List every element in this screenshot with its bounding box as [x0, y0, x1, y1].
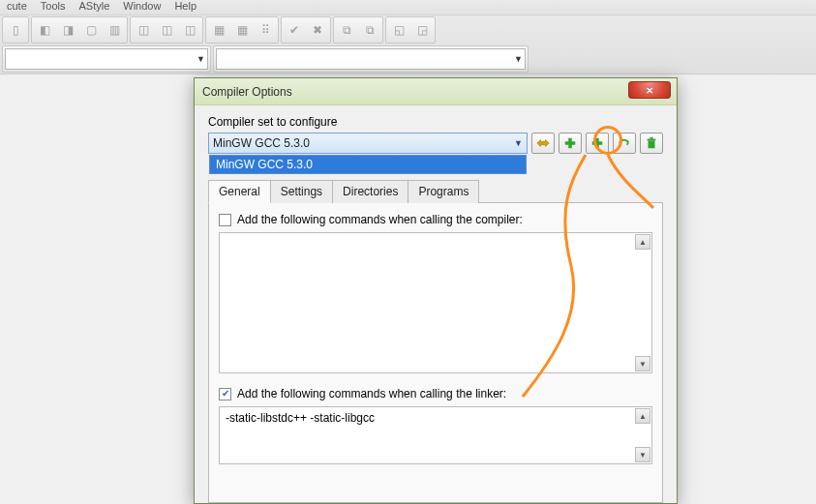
- toolbar-icon[interactable]: ⠿: [255, 19, 276, 41]
- delete-icon[interactable]: [640, 133, 663, 154]
- toolbar-icon[interactable]: ⧉: [359, 19, 380, 41]
- compiler-commands-textarea[interactable]: ▲ ▼: [219, 232, 652, 373]
- linker-commands-textarea[interactable]: -static-libstdc++ -static-libgcc ▲ ▼: [219, 406, 652, 464]
- compiler-commands-label: Add the following commands when calling …: [237, 213, 523, 226]
- dropdown-option-label: MinGW GCC 5.3.0: [216, 158, 313, 171]
- scroll-up-icon[interactable]: ▲: [635, 234, 650, 250]
- svg-rect-4: [649, 140, 655, 148]
- tab-directories[interactable]: Directories: [332, 180, 408, 203]
- dialog-titlebar[interactable]: Compiler Options ✕: [195, 78, 677, 105]
- toolbar-icon[interactable]: ▯: [5, 19, 26, 41]
- tab-settings[interactable]: Settings: [270, 180, 333, 203]
- chevron-down-icon: ▼: [514, 138, 523, 148]
- scroll-down-icon[interactable]: ▼: [635, 447, 650, 462]
- compiler-commands-checkbox[interactable]: [219, 214, 231, 226]
- tab-programs[interactable]: Programs: [408, 180, 479, 203]
- add-copy-green-icon[interactable]: [586, 133, 609, 154]
- toolbar-icon[interactable]: ▥: [104, 19, 125, 41]
- svg-rect-3: [592, 141, 603, 145]
- svg-rect-1: [565, 141, 576, 145]
- chevron-down-icon: ▼: [514, 54, 523, 64]
- textarea-content: -static-libstdc++ -static-libgcc: [226, 411, 375, 425]
- check-icon[interactable]: ✔: [284, 19, 305, 41]
- dropdown-option[interactable]: MinGW GCC 5.3.0: [209, 155, 527, 174]
- compiler-options-dialog: Compiler Options ✕ Compiler set to confi…: [194, 77, 678, 504]
- left-right-arrows-icon[interactable]: [531, 133, 555, 154]
- toolbar-icon[interactable]: ◫: [133, 19, 154, 41]
- dialog-title: Compiler Options: [202, 85, 292, 99]
- general-panel: Add the following commands when calling …: [208, 203, 663, 503]
- menu-item[interactable]: Help: [174, 0, 196, 12]
- toolbar-icon[interactable]: ◱: [388, 19, 409, 41]
- dropdown-value: MinGW GCC 5.3.0: [213, 136, 310, 150]
- cross-icon[interactable]: ✖: [307, 19, 328, 41]
- arrow-right-icon[interactable]: [613, 133, 636, 154]
- toolbar-icon[interactable]: ◧: [34, 19, 55, 41]
- svg-rect-6: [650, 137, 653, 139]
- chevron-down-icon: ▼: [196, 54, 205, 64]
- toolbar-icon[interactable]: ◲: [411, 19, 433, 41]
- compiler-set-dropdown[interactable]: MinGW GCC 5.3.0 ▼ MinGW GCC 5.3.0: [208, 133, 528, 154]
- config-label: Compiler set to configure: [208, 115, 663, 129]
- linker-commands-checkbox[interactable]: ✔: [219, 388, 231, 400]
- toolbars: ▯ ◧ ◨ ▢ ▥ ◫ ◫ ◫ ▦ ▦ ⠿ ✔ ✖ ⧉: [0, 15, 816, 74]
- toolbar-icon[interactable]: ◨: [57, 19, 78, 41]
- toolbar-combo[interactable]: ▼: [216, 48, 526, 70]
- add-green-icon[interactable]: [559, 133, 582, 154]
- close-icon: ✕: [646, 85, 653, 96]
- menu-item[interactable]: AStyle: [78, 0, 109, 12]
- menu-item[interactable]: Tools: [41, 0, 66, 12]
- menu-item[interactable]: cute: [7, 0, 27, 12]
- linker-commands-label: Add the following commands when calling …: [237, 387, 506, 400]
- scroll-up-icon[interactable]: ▲: [635, 408, 650, 424]
- scroll-down-icon[interactable]: ▼: [635, 356, 650, 371]
- menu-item[interactable]: Window: [123, 0, 161, 12]
- close-button[interactable]: ✕: [628, 81, 671, 99]
- toolbar-combo[interactable]: ▼: [5, 48, 208, 70]
- menubar: cute Tools AStyle Window Help: [0, 0, 816, 15]
- toolbar-icon[interactable]: ◫: [179, 19, 200, 41]
- tab-general[interactable]: General: [208, 180, 271, 203]
- toolbar-icon[interactable]: ◫: [156, 19, 177, 41]
- tab-strip: General Settings Directories Programs: [208, 179, 663, 203]
- svg-rect-5: [648, 139, 656, 141]
- toolbar-icon[interactable]: ▦: [208, 19, 229, 41]
- toolbar-icon[interactable]: ▦: [231, 19, 253, 41]
- toolbar-icon[interactable]: ▢: [80, 19, 102, 41]
- toolbar-icon[interactable]: ⧉: [336, 19, 357, 41]
